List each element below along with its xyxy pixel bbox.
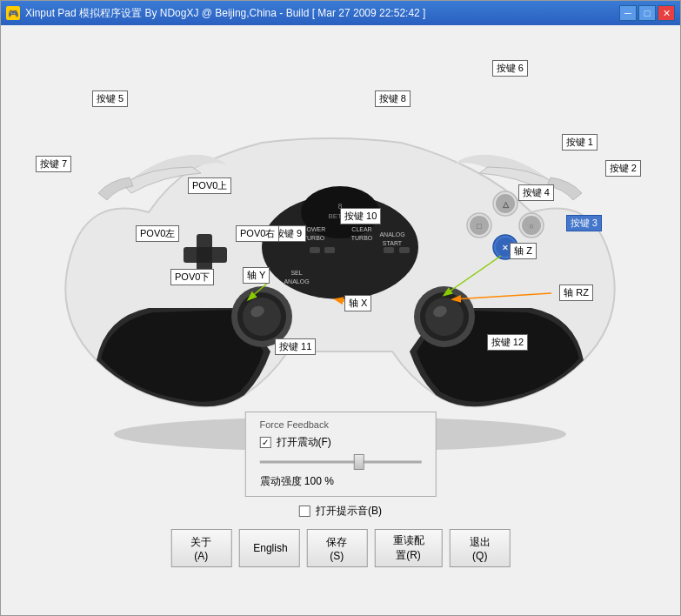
label-pov-right: POV0右 — [236, 225, 279, 242]
label-btn11: 按键 11 — [275, 338, 316, 355]
svg-text:SEL: SEL — [290, 270, 302, 276]
label-pov-down: POV0下 — [170, 269, 214, 285]
label-btn5: 按键 5 — [92, 90, 128, 107]
svg-text:□: □ — [477, 222, 482, 231]
english-button[interactable]: English — [238, 529, 299, 567]
reload-button[interactable]: 重读配置(R) — [374, 529, 443, 567]
svg-point-38 — [425, 298, 464, 336]
main-content: 8 BETOP POWER TURBO CLEAR TURBO ANALOG S… — [1, 25, 680, 615]
label-axis-z: 轴 Z — [510, 243, 537, 259]
svg-text:✕: ✕ — [502, 244, 509, 252]
svg-text:ANALOG: ANALOG — [379, 231, 404, 238]
label-btn8: 按键 8 — [375, 90, 411, 107]
label-btn6: 按键 6 — [492, 60, 528, 77]
vibration-slider[interactable] — [353, 454, 364, 470]
label-pov-up: POV0上 — [188, 177, 231, 194]
label-btn12: 按键 12 — [487, 334, 528, 351]
maximize-button[interactable]: □ — [638, 5, 656, 21]
titlebar: 🎮 Xinput Pad 模拟程序设置 By NDogXJ @ Beijing,… — [1, 1, 680, 25]
svg-text:TURBO: TURBO — [351, 235, 373, 241]
label-pov-left: POV0左 — [136, 225, 179, 242]
vibration-checkbox[interactable]: ✓ — [260, 437, 271, 448]
close-button[interactable]: ✕ — [658, 5, 675, 21]
label-btn2: 按键 2 — [605, 160, 641, 177]
svg-text:CLEAR: CLEAR — [351, 226, 371, 232]
label-btn10: 按键 10 — [340, 208, 381, 224]
svg-rect-14 — [399, 247, 410, 253]
minimize-button[interactable]: ─ — [619, 5, 637, 21]
svg-rect-12 — [324, 247, 335, 253]
svg-rect-19 — [197, 247, 212, 263]
svg-rect-13 — [384, 247, 394, 253]
label-axis-y: 轴 Y — [243, 267, 270, 284]
notify-checkbox[interactable] — [299, 506, 310, 517]
label-axis-rz: 轴 RZ — [559, 285, 593, 301]
force-feedback-box: Force Feedback ✓ 打开震动(F) 震动强度 100 % — [245, 412, 437, 497]
label-btn1: 按键 1 — [562, 134, 598, 151]
main-window: 🎮 Xinput Pad 模拟程序设置 By NDogXJ @ Beijing,… — [0, 0, 681, 616]
svg-text:START: START — [383, 240, 403, 246]
app-icon: 🎮 — [6, 6, 20, 20]
svg-text:△: △ — [502, 200, 510, 209]
label-btn3: 按键 3 — [566, 215, 602, 231]
svg-point-34 — [243, 298, 281, 336]
notify-label: 打开提示音(B) — [316, 504, 382, 519]
svg-text:TURBO: TURBO — [304, 235, 325, 241]
force-feedback-title: Force Feedback — [260, 419, 422, 430]
vibration-label: 打开震动(F) — [277, 435, 331, 450]
svg-text:ANALOG: ANALOG — [284, 278, 309, 285]
svg-rect-11 — [310, 247, 320, 253]
about-button[interactable]: 关于(A) — [170, 529, 231, 567]
bottom-buttons: 关于(A) English 保存(S) 重读配置(R) 退出(Q) — [170, 529, 511, 567]
vibration-strength-label: 震动强度 100 % — [260, 474, 334, 489]
label-btn4: 按键 4 — [518, 184, 554, 201]
label-axis-x: 轴 X — [344, 295, 371, 311]
titlebar-buttons: ─ □ ✕ — [619, 5, 675, 21]
save-button[interactable]: 保存(S) — [306, 529, 367, 567]
svg-text:○: ○ — [529, 222, 533, 231]
label-btn7: 按键 7 — [36, 156, 71, 172]
window-title: Xinput Pad 模拟程序设置 By NDogXJ @ Beijing,Ch… — [25, 6, 614, 21]
exit-button[interactable]: 退出(Q) — [450, 529, 511, 567]
notify-row: 打开提示音(B) — [299, 504, 382, 519]
